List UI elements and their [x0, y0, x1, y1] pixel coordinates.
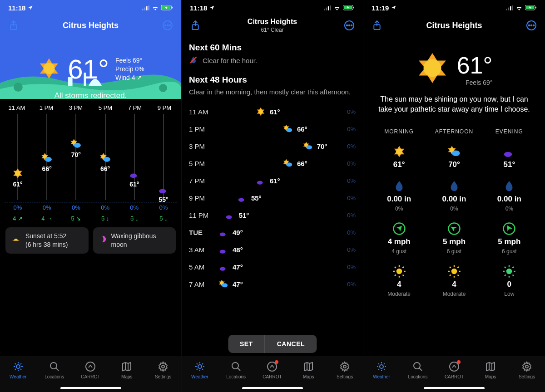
more-button[interactable]	[525, 19, 538, 32]
weather-icon	[282, 158, 293, 169]
wifi-icon	[333, 5, 341, 10]
share-button[interactable]	[189, 19, 202, 32]
svg-point-68	[220, 267, 226, 271]
hourly-forecast[interactable]: 11 AM1 PM3 PM5 PM7 PM9 PM 61°66°70°66°61…	[0, 99, 181, 222]
daypart-view[interactable]: 61° Feels 69° The sun may be shining on …	[363, 35, 545, 357]
weather-icon	[282, 123, 293, 134]
share-button[interactable]	[7, 19, 20, 32]
tab-label: CARROT	[81, 374, 100, 379]
hour-row[interactable]: 9 PM55°0%	[189, 189, 356, 206]
tab-carrot[interactable]: CARROT	[74, 361, 106, 379]
svg-line-125	[513, 267, 514, 268]
tab-settings[interactable]: Settings	[511, 361, 543, 379]
row-precip: 0%	[342, 108, 356, 115]
svg-point-53	[258, 109, 263, 114]
hour-row[interactable]: 7 PM61°0%	[189, 172, 356, 189]
svg-line-116	[457, 267, 459, 268]
precip-cell[interactable]: 0.00 in0%	[426, 179, 481, 212]
tab-carrot[interactable]: CARROT	[256, 361, 288, 379]
location-subtitle: 61° Clear	[202, 27, 343, 33]
wind-cell[interactable]: 5 mph6 gust	[426, 222, 481, 255]
hourly-column[interactable]: 55°	[151, 114, 176, 200]
hour-row[interactable]: 3 PM70°0%	[189, 137, 356, 155]
hour-row[interactable]: TUE49°0%	[189, 224, 356, 241]
tab-carrot[interactable]: CARROT	[438, 361, 470, 379]
hourly-precip: 0%0%0%0%0%0%	[5, 202, 177, 213]
row-precip: 0%	[342, 246, 356, 253]
cell-value: 4	[397, 280, 401, 289]
no-precip-icon	[189, 55, 198, 66]
svg-rect-7	[148, 5, 149, 10]
tab-maps[interactable]: Maps	[111, 361, 143, 379]
uv-cell[interactable]: 0Low	[482, 265, 537, 297]
more-button[interactable]	[161, 19, 174, 32]
tab-bar: Weather Locations CARROT Maps Settings	[363, 357, 545, 392]
tab-weather[interactable]: Weather	[366, 361, 397, 379]
hourly-column[interactable]: 61°	[122, 114, 147, 200]
next48-title: Next 48 Hours	[189, 75, 356, 85]
tab-locations[interactable]: Locations	[39, 361, 70, 379]
tab-label: CARROT	[445, 374, 464, 379]
cell-value: 4	[452, 280, 456, 289]
moon-card[interactable]: Waxing gibbous moon	[93, 227, 176, 254]
svg-line-123	[513, 274, 514, 276]
tab-weather[interactable]: Weather	[184, 361, 216, 379]
weather-icon	[70, 138, 82, 151]
precip-cell[interactable]: 0.00 in0%	[372, 179, 426, 212]
cellular-icon	[324, 5, 331, 10]
home-indicator[interactable]	[60, 387, 121, 389]
temp-cell[interactable]: 61°	[372, 145, 426, 169]
svg-point-14	[167, 25, 168, 26]
hourly-column[interactable]: 66°	[93, 114, 118, 200]
hour-row[interactable]: 5 AM47°0%	[189, 258, 356, 275]
wind-cell[interactable]: 4 mph4 gust	[372, 222, 426, 255]
hour-row[interactable]: 3 AM48°0%	[189, 241, 356, 258]
tab-locations[interactable]: Locations	[220, 361, 252, 379]
uv-cell[interactable]: 4Moderate	[426, 265, 481, 297]
row-time: 11 PM	[189, 211, 218, 219]
weather-icon	[218, 261, 229, 272]
set-cancel-overlay: SET CANCEL	[228, 335, 317, 353]
svg-point-35	[16, 365, 20, 368]
set-button[interactable]: SET	[228, 335, 265, 353]
uv-cell[interactable]: 4Moderate	[372, 265, 426, 297]
tab-maps[interactable]: Maps	[292, 361, 324, 379]
hour-row[interactable]: 5 PM66°0%	[189, 155, 356, 172]
hour-row[interactable]: 1 PM66°0%	[189, 120, 356, 137]
cancel-button[interactable]: CANCEL	[265, 335, 317, 353]
hour-row[interactable]: 11 AM61°0%	[189, 103, 356, 120]
hourly-column[interactable]: 61°	[5, 114, 30, 200]
hour-row[interactable]: 7 AM47°0%	[189, 275, 356, 293]
row-temp: 66°	[297, 125, 317, 133]
weather-tab-icon	[12, 361, 24, 372]
home-indicator[interactable]	[424, 387, 485, 389]
home-indicator[interactable]	[242, 387, 303, 389]
temp-cell[interactable]: 51°	[482, 145, 537, 169]
temp-cell[interactable]: 70°	[426, 145, 481, 169]
precip-cell[interactable]: 0.00 in0%	[482, 179, 537, 212]
hourly-column[interactable]: 66°	[35, 114, 59, 200]
share-button[interactable]	[371, 19, 383, 32]
forecast-list[interactable]: Next 60 Mins Clear for the hour. Next 48…	[182, 35, 363, 357]
current-temp: 61°	[68, 54, 109, 85]
cell-value: 0.00 in	[387, 195, 411, 204]
wind-cell[interactable]: 5 mph6 gust	[482, 222, 537, 255]
tab-locations[interactable]: Locations	[402, 361, 434, 379]
sun-icon	[37, 56, 61, 83]
tab-settings[interactable]: Settings	[147, 361, 179, 379]
tab-maps[interactable]: Maps	[475, 361, 506, 379]
hour-precip: 0%	[35, 204, 59, 211]
more-button[interactable]	[343, 19, 356, 32]
hourly-column[interactable]: 70°	[64, 114, 88, 200]
svg-point-62	[286, 162, 292, 167]
svg-rect-10	[172, 7, 173, 9]
hour-temp: 61°	[129, 181, 140, 188]
sunset-card[interactable]: Sunset at 5:52 (6 hrs 38 mins)	[5, 227, 89, 254]
tab-weather[interactable]: Weather	[2, 361, 34, 379]
weather-icon	[302, 141, 313, 152]
location-arrow-icon	[28, 4, 33, 12]
hour-row[interactable]: 11 PM51°0%	[189, 206, 356, 224]
tab-settings[interactable]: Settings	[329, 361, 361, 379]
tagline: The sun may be shining on you now, but I…	[372, 94, 537, 115]
svg-rect-6	[146, 6, 148, 10]
